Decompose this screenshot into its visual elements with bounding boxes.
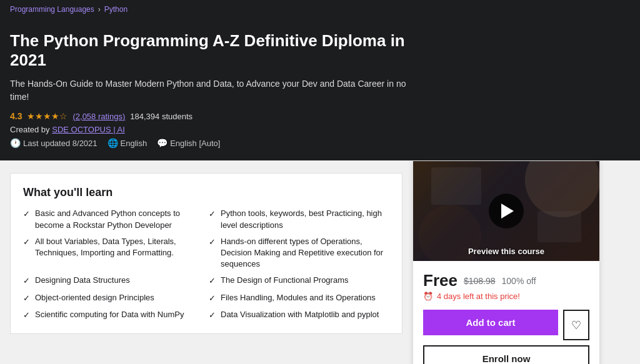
- svg-rect-4: [538, 211, 581, 242]
- enroll-now-button[interactable]: Enroll now: [423, 345, 589, 364]
- learn-title: What you'll learn: [23, 186, 389, 199]
- checkmark-icon: ✓: [23, 293, 30, 304]
- preview-video[interactable]: Preview this course: [413, 161, 599, 261]
- wishlist-button[interactable]: ♡: [563, 310, 589, 340]
- play-icon: [501, 204, 514, 219]
- creator-row: Created by SDE OCTOPUS | AI: [10, 125, 412, 134]
- sidebar: Preview this course Free $108.98 100% of…: [412, 160, 600, 364]
- language: 🌐 English: [108, 138, 148, 148]
- checkmark-icon: ✓: [209, 209, 216, 220]
- add-to-cart-button[interactable]: Add to cart: [423, 310, 558, 335]
- creator-link[interactable]: SDE OCTOPUS | AI: [52, 125, 125, 134]
- learn-item: ✓Files Handling, Modules and its Operati…: [209, 292, 389, 304]
- card-body: Free $108.98 100% off ⏰ 4 days left at t…: [413, 261, 599, 364]
- hero-section: The Python Programming A-Z Definitive Di…: [0, 19, 640, 160]
- checkmark-icon: ✓: [23, 275, 30, 287]
- learn-item: ✓Scientific computing for Data with NumP…: [23, 309, 204, 321]
- course-description: The Hands-On Guide to Master Modern Pyth…: [10, 77, 412, 104]
- timer-text: 4 days left at this price!: [437, 292, 520, 301]
- timer-icon: ⏰: [423, 292, 433, 301]
- checkmark-icon: ✓: [209, 310, 216, 321]
- checkmark-icon: ✓: [23, 209, 30, 220]
- price-free: Free: [423, 271, 458, 290]
- content-area: What you'll learn ✓Basic and Advanced Py…: [0, 160, 412, 364]
- heart-icon: ♡: [571, 318, 581, 332]
- breadcrumb: Programming Languages › Python: [0, 0, 640, 19]
- checkmark-icon: ✓: [209, 275, 216, 287]
- last-updated: 🕐 Last updated 8/2021: [10, 138, 98, 148]
- price-discount: 100% off: [502, 276, 536, 286]
- ratings-link[interactable]: (2,058 ratings): [72, 112, 125, 121]
- learn-item: ✓Designing Data Structures: [23, 275, 204, 287]
- learn-box: What you'll learn ✓Basic and Advanced Py…: [10, 173, 402, 334]
- stars: ★★★★☆: [27, 111, 68, 121]
- checkmark-icon: ✓: [209, 293, 216, 304]
- course-title: The Python Programming A-Z Definitive Di…: [10, 31, 412, 70]
- meta-row: 🕐 Last updated 8/2021 🌐 English 💬 Englis…: [10, 138, 412, 148]
- learn-item: ✓Basic and Advanced Python concepts to b…: [23, 208, 204, 230]
- checkmark-icon: ✓: [23, 237, 30, 248]
- captions: 💬 English [Auto]: [157, 138, 220, 148]
- breadcrumb-child[interactable]: Python: [104, 5, 128, 14]
- rating-number: 4.3: [10, 111, 22, 121]
- learn-item: ✓Data Visualization with Matplotlib and …: [209, 309, 389, 321]
- svg-rect-3: [431, 167, 481, 205]
- checkmark-icon: ✓: [23, 310, 30, 321]
- main-layout: What you'll learn ✓Basic and Advanced Py…: [0, 160, 640, 364]
- rating-row: 4.3 ★★★★☆ (2,058 ratings) 184,394 studen…: [10, 111, 412, 121]
- learn-item: ✓Object-oriented design Principles: [23, 292, 204, 304]
- students-count: 184,394 students: [130, 112, 192, 121]
- learn-item: ✓The Design of Functional Programs: [209, 275, 389, 287]
- learn-item: ✓Python tools, keywords, best Practicing…: [209, 208, 389, 230]
- course-card: Preview this course Free $108.98 100% of…: [412, 160, 600, 364]
- cart-row: Add to cart ♡: [423, 310, 589, 340]
- checkmark-icon: ✓: [209, 237, 216, 248]
- hero-content: The Python Programming A-Z Definitive Di…: [10, 31, 422, 148]
- breadcrumb-parent[interactable]: Programming Languages: [10, 5, 94, 14]
- learn-item: ✓All bout Variables, Data Types, Literal…: [23, 236, 204, 270]
- breadcrumb-separator: ›: [98, 5, 101, 14]
- learn-grid: ✓Basic and Advanced Python concepts to b…: [23, 208, 389, 321]
- timer-row: ⏰ 4 days left at this price!: [423, 292, 589, 301]
- learn-item: ✓Hands-on different types of Operations,…: [209, 236, 389, 270]
- play-button[interactable]: [489, 194, 524, 229]
- preview-label: Preview this course: [413, 247, 599, 256]
- price-row: Free $108.98 100% off: [423, 271, 589, 290]
- price-original: $108.98: [464, 276, 496, 286]
